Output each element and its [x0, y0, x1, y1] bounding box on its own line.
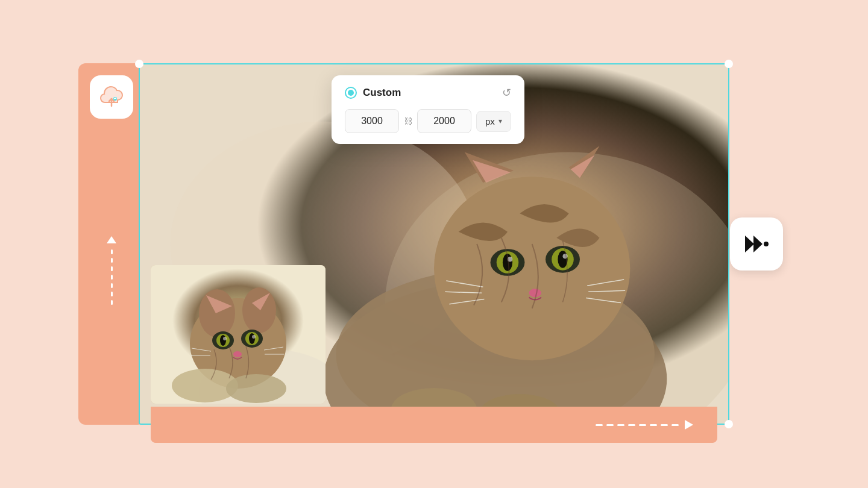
- corner-dot-top-right: [725, 60, 733, 68]
- output-direction-bar: [151, 407, 717, 443]
- radio-inner-dot: [348, 90, 354, 96]
- svg-point-40: [220, 335, 226, 346]
- thumbnail-image: [151, 265, 326, 404]
- chevron-down-icon: ▾: [498, 117, 502, 125]
- h-dash-5: [639, 424, 646, 426]
- svg-point-50: [226, 374, 286, 403]
- unit-dropdown[interactable]: px ▾: [476, 111, 511, 132]
- arrow-right-icon: [685, 420, 693, 430]
- h-dash-8: [671, 424, 679, 426]
- main-container: Custom ↺ 3000 ⛓ 2000 px ▾: [78, 45, 790, 443]
- svg-point-19: [563, 254, 568, 258]
- popup-inputs: 3000 ⛓ 2000 px ▾: [345, 109, 511, 133]
- dash-4: [111, 275, 113, 280]
- dash-3: [111, 266, 113, 271]
- svg-point-7: [434, 177, 630, 360]
- capcut-final-icon: [740, 228, 773, 260]
- link-dimensions-icon[interactable]: ⛓: [404, 116, 412, 126]
- right-panel: [723, 63, 790, 425]
- svg-point-43: [252, 335, 256, 339]
- h-dash-7: [661, 424, 668, 426]
- upload-arrow-indicator: [107, 128, 116, 425]
- dash-7: [111, 300, 113, 305]
- left-panel: [78, 63, 145, 425]
- svg-rect-51: [764, 242, 769, 246]
- corner-dot-top-left: [135, 60, 143, 68]
- capcut-logo-box: [730, 217, 783, 271]
- popup-header: Custom ↺: [345, 86, 511, 99]
- cloud-upload-icon: [98, 86, 125, 108]
- popup-title: Custom: [363, 87, 401, 99]
- h-dash-3: [617, 424, 624, 426]
- horizontal-arrow: [596, 420, 693, 430]
- svg-point-20: [529, 289, 541, 297]
- reset-button[interactable]: ↺: [502, 86, 511, 99]
- dash-6: [111, 292, 113, 296]
- thumbnail-cat-svg: [151, 265, 326, 404]
- cloud-upload-icon-box[interactable]: [90, 75, 133, 119]
- custom-radio-button[interactable]: [345, 87, 357, 99]
- popup-title-row: Custom: [345, 87, 401, 99]
- dash-5: [111, 283, 113, 288]
- svg-point-42: [223, 337, 227, 340]
- dash-1: [111, 249, 113, 254]
- h-dash-4: [628, 424, 635, 426]
- svg-point-41: [249, 333, 255, 344]
- h-dash-2: [606, 424, 614, 426]
- dash-2: [111, 258, 113, 263]
- svg-point-33: [242, 287, 276, 333]
- svg-point-32: [199, 289, 235, 337]
- height-input[interactable]: 2000: [417, 109, 471, 133]
- unit-value: px: [485, 116, 495, 127]
- resize-popup: Custom ↺ 3000 ⛓ 2000 px ▾: [332, 75, 524, 144]
- h-dash-1: [596, 424, 603, 426]
- width-input[interactable]: 3000: [345, 109, 399, 133]
- h-dash-6: [650, 424, 657, 426]
- arrow-up-icon: [107, 236, 116, 243]
- svg-point-44: [233, 351, 242, 357]
- corner-dot-bottom-right: [725, 420, 733, 428]
